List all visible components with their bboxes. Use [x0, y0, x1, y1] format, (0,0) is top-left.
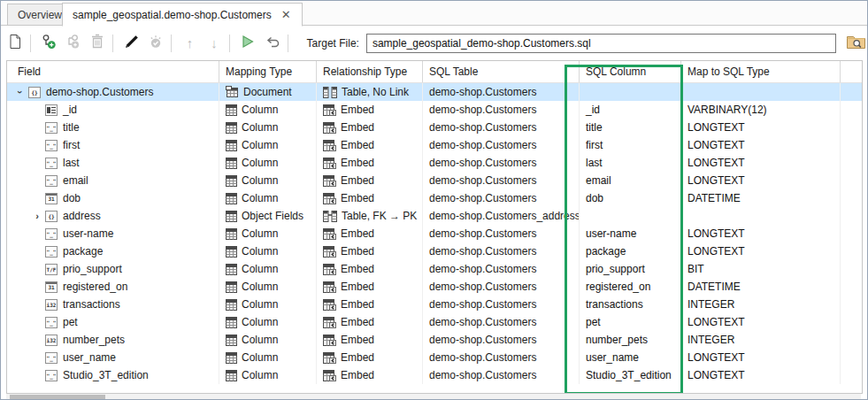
- expander-icon[interactable]: ›: [29, 211, 45, 221]
- sql-type-cell[interactable]: LONGTEXT: [681, 366, 841, 384]
- relationship-type-cell[interactable]: Embed: [317, 242, 423, 260]
- mapping-type-cell[interactable]: Column: [219, 366, 317, 384]
- sql-type-cell[interactable]: [681, 207, 841, 225]
- sql-type-cell[interactable]: DATETIME: [681, 189, 841, 207]
- sql-column-cell[interactable]: user-name: [580, 225, 681, 242]
- undo-button[interactable]: [262, 32, 283, 55]
- sql-column-cell[interactable]: Studio_3T_edition: [580, 366, 681, 384]
- mapping-type-cell[interactable]: Column: [219, 136, 317, 154]
- sql-table-cell[interactable]: demo-shop.Customers: [423, 366, 580, 384]
- column-header-sql-column[interactable]: SQL Column: [580, 61, 681, 82]
- table-row[interactable]: ›{}addressObject FieldsTable, FK → PKdem…: [7, 207, 862, 225]
- relationship-type-cell[interactable]: Embed: [317, 260, 423, 278]
- run-export-button[interactable]: [238, 32, 259, 55]
- sql-type-cell[interactable]: DATETIME: [681, 278, 841, 296]
- relationship-type-cell[interactable]: Embed: [317, 349, 423, 366]
- sql-column-cell[interactable]: dob: [580, 189, 681, 207]
- sql-type-cell[interactable]: VARBINARY(12): [681, 101, 841, 119]
- sql-column-cell[interactable]: user_name: [580, 349, 681, 366]
- add-field-button[interactable]: [38, 32, 59, 55]
- new-file-button[interactable]: [4, 32, 26, 55]
- sql-type-cell[interactable]: LONGTEXT: [681, 225, 841, 242]
- relationship-type-cell[interactable]: Embed: [317, 189, 423, 207]
- sql-table-cell[interactable]: demo-shop.Customers: [423, 172, 580, 189]
- relationship-type-cell[interactable]: Embed: [317, 119, 423, 136]
- relationship-type-cell[interactable]: Embed: [317, 172, 423, 189]
- tab-collection-mapping[interactable]: sample_geospatial.demo-shop.Customers ✕: [62, 3, 303, 27]
- mapping-type-cell[interactable]: Column: [219, 260, 317, 278]
- sql-type-cell[interactable]: LONGTEXT: [681, 154, 841, 172]
- table-row[interactable]: T/Fprio_supportColumnEmbeddemo-shop.Cust…: [7, 260, 862, 278]
- sql-table-cell[interactable]: demo-shop.Customers: [423, 136, 580, 154]
- sql-table-cell[interactable]: demo-shop.Customers: [423, 260, 580, 278]
- sql-table-cell[interactable]: demo-shop.Customers: [423, 278, 580, 296]
- relationship-type-cell[interactable]: Table, No Link: [317, 83, 423, 101]
- column-header-relationship-type[interactable]: Relationship Type: [317, 61, 423, 82]
- mapping-type-cell[interactable]: Column: [219, 225, 317, 242]
- edit-mapping-button[interactable]: [121, 32, 142, 55]
- sql-table-cell[interactable]: demo-shop.Customers: [423, 119, 580, 136]
- mapping-type-cell[interactable]: Object Fields: [219, 207, 317, 225]
- relationship-type-cell[interactable]: Embed: [317, 278, 423, 296]
- table-row[interactable]: ›{}demo-shop.CustomersDocumentTable, No …: [7, 83, 862, 101]
- column-header-sql-table[interactable]: SQL Table: [423, 61, 580, 82]
- relationship-type-cell[interactable]: Embed: [317, 366, 423, 384]
- sql-type-cell[interactable]: INTEGER: [681, 331, 841, 349]
- relationship-type-cell[interactable]: Embed: [317, 136, 423, 154]
- table-row[interactable]: "_"user_nameColumnEmbeddemo-shop.Custome…: [7, 349, 862, 366]
- verify-mapping-button[interactable]: [145, 32, 166, 55]
- relationship-type-cell[interactable]: Embed: [317, 313, 423, 331]
- sql-column-cell[interactable]: [580, 207, 681, 225]
- table-row[interactable]: 31dobColumnEmbeddemo-shop.CustomersdobDA…: [7, 189, 862, 207]
- sql-type-cell[interactable]: INTEGER: [681, 296, 841, 313]
- sql-type-cell[interactable]: [681, 83, 841, 101]
- sql-column-cell[interactable]: _id: [580, 101, 681, 119]
- table-row[interactable]: "_"user-nameColumnEmbeddemo-shop.Custome…: [7, 225, 862, 242]
- mapping-type-cell[interactable]: Column: [219, 154, 317, 172]
- relationship-type-cell[interactable]: Embed: [317, 331, 423, 349]
- mapping-type-cell[interactable]: Column: [219, 172, 317, 189]
- browse-target-file-button[interactable]: [845, 32, 867, 55]
- table-row[interactable]: "_"Studio_3T_editionColumnEmbeddemo-shop…: [7, 366, 862, 384]
- sql-table-cell[interactable]: demo-shop.Customers: [423, 189, 580, 207]
- mapping-type-cell[interactable]: Column: [219, 313, 317, 331]
- mapping-type-cell[interactable]: Column: [219, 242, 317, 260]
- mapping-type-cell[interactable]: Column: [219, 296, 317, 313]
- mapping-type-cell[interactable]: Column: [219, 278, 317, 296]
- target-file-input[interactable]: [366, 34, 836, 53]
- mapping-type-cell[interactable]: Document: [219, 83, 317, 101]
- relationship-type-cell[interactable]: Embed: [317, 225, 423, 242]
- relationship-type-cell[interactable]: Table, FK → PK: [317, 207, 423, 225]
- sql-type-cell[interactable]: LONGTEXT: [681, 349, 841, 366]
- mapping-type-cell[interactable]: Column: [219, 349, 317, 366]
- sql-table-cell[interactable]: demo-shop.Customers: [423, 83, 580, 101]
- sql-table-cell[interactable]: demo-shop.Customers: [423, 242, 580, 260]
- expander-icon[interactable]: ›: [15, 84, 26, 100]
- table-row[interactable]: i32number_petsColumnEmbeddemo-shop.Custo…: [7, 331, 862, 349]
- sql-column-cell[interactable]: number_pets: [580, 331, 681, 349]
- relationship-type-cell[interactable]: Embed: [317, 101, 423, 119]
- sql-table-cell[interactable]: demo-shop.Customers: [423, 101, 580, 119]
- move-up-button[interactable]: ↑: [180, 32, 201, 55]
- table-row[interactable]: "_"lastColumnEmbeddemo-shop.Customerslas…: [7, 154, 862, 172]
- horizontal-scrollbar[interactable]: [6, 393, 861, 399]
- sql-type-cell[interactable]: LONGTEXT: [681, 119, 841, 136]
- column-header-field[interactable]: Field: [7, 61, 219, 82]
- table-row[interactable]: "_"titleColumnEmbeddemo-shop.Customersti…: [7, 119, 862, 136]
- column-header-mapping-type[interactable]: Mapping Type: [219, 61, 317, 82]
- sql-type-cell[interactable]: LONGTEXT: [681, 313, 841, 331]
- table-row[interactable]: "_"emailColumnEmbeddemo-shop.Customersem…: [7, 172, 862, 189]
- sql-column-cell[interactable]: title: [580, 119, 681, 136]
- delete-field-button[interactable]: [87, 32, 108, 55]
- sql-type-cell[interactable]: LONGTEXT: [681, 172, 841, 189]
- sql-column-cell[interactable]: registered_on: [580, 278, 681, 296]
- sql-table-cell[interactable]: demo-shop.Customers: [423, 225, 580, 242]
- sql-column-cell[interactable]: pet: [580, 313, 681, 331]
- table-row[interactable]: i32transactionsColumnEmbeddemo-shop.Cust…: [7, 296, 862, 313]
- column-header-map-to-sql-type[interactable]: Map to SQL Type: [681, 61, 841, 82]
- move-down-button[interactable]: ↓: [204, 32, 225, 55]
- mapping-type-cell[interactable]: Column: [219, 331, 317, 349]
- sql-table-cell[interactable]: demo-shop.Customers: [423, 331, 580, 349]
- sql-column-cell[interactable]: first: [580, 136, 681, 154]
- add-child-field-button[interactable]: [63, 32, 84, 55]
